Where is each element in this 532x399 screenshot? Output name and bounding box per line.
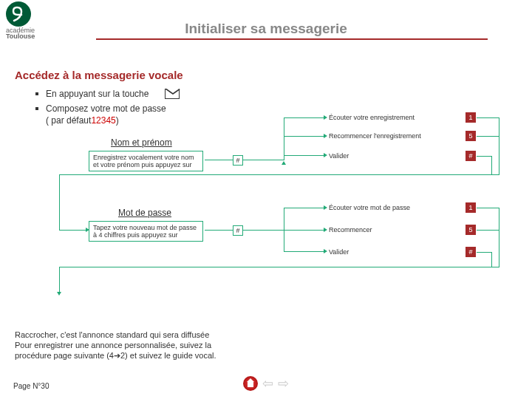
nav-controls: ⇦ ⇨	[243, 375, 289, 392]
hash-key-2: #	[233, 225, 243, 236]
s2-key1: 1	[466, 202, 476, 213]
s1-key1: 1	[466, 112, 476, 123]
s1-opt1: Écouter votre enregistrement	[329, 114, 415, 121]
page-number: Page N°30	[13, 382, 49, 390]
envelope-icon	[165, 89, 180, 99]
s1-opt2: Recommencer l'enregistrement	[329, 132, 421, 140]
final-text: Raccrocher, c'est l'annonce standard qui…	[15, 330, 216, 361]
s1-key2: 5	[466, 131, 476, 141]
section1-box: Enregistrez vocalement votre nom et votr…	[89, 151, 203, 171]
page-title: Initialiser sa messagerie	[0, 0, 532, 37]
bullet-1: En appuyant sur la touche	[46, 89, 149, 99]
default-num: 12345	[91, 115, 115, 126]
bullet-icon	[35, 92, 38, 95]
section1-title: Nom et prénom	[111, 137, 172, 148]
title-rule	[96, 38, 488, 40]
home-icon[interactable]	[243, 376, 258, 391]
flow-diagram: Nom et prénom Enregistrez vocalement vot…	[15, 130, 517, 315]
s2-key2: 5	[466, 225, 476, 235]
arrow-icon: ➔	[114, 351, 120, 360]
section2-box: Tapez votre nouveau mot de passe à 4 chi…	[89, 221, 203, 242]
s2-opt1: Écouter votre mot de passe	[329, 204, 410, 211]
logo-e-icon	[6, 1, 31, 27]
logo-toulouse: Toulouse	[6, 33, 35, 40]
s1-key3: #	[466, 151, 476, 161]
hash-key-1: #	[233, 155, 243, 166]
default-post: )	[116, 115, 119, 126]
final-l3-post: 2) et suivez le guide vocal.	[120, 351, 216, 360]
s2-opt3: Valider	[329, 248, 349, 256]
prev-arrow-icon[interactable]: ⇦	[262, 375, 273, 392]
bullet-icon	[35, 107, 38, 110]
s1-opt3: Valider	[329, 152, 349, 160]
next-arrow-icon[interactable]: ⇨	[278, 375, 289, 392]
final-l2: Pour enregistrer une annonce personnalis…	[15, 340, 216, 350]
section2-title: Mot de passe	[118, 208, 171, 218]
default-pre: ( par défaut	[46, 115, 91, 126]
final-l3-pre: procédure page suivante (4	[15, 351, 114, 360]
bullet-2: Composez votre mot de passe	[46, 103, 166, 114]
s2-opt2: Recommencer	[329, 226, 372, 233]
final-l1: Raccrocher, c'est l'annonce standard qui…	[15, 330, 216, 340]
s2-key3: #	[466, 247, 476, 257]
section-heading: Accédez à la messagerie vocale	[15, 69, 517, 81]
logo: académie Toulouse	[6, 1, 35, 40]
